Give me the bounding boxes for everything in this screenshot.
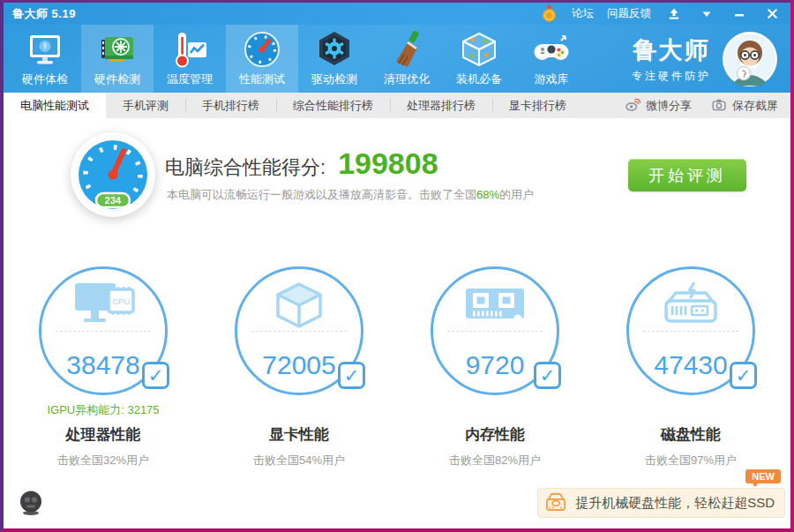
memory-check-badge[interactable]: ✓ [534,362,561,389]
score-description: 本电脑可以流畅运行一般游戏以及播放高清影音。击败了全国68%的用户 [167,187,534,203]
close-button[interactable] [762,6,782,22]
toolbar-item-performance-test[interactable]: 性能测试 [226,25,298,93]
brand-text: 鲁大师 专注硬件防护 [632,34,711,84]
cube-box-icon [460,30,498,69]
gauge-badge-value: 234 [105,195,122,206]
forum-link[interactable]: 论坛 [572,6,594,21]
disk-beat-text: 击败全国97%用户 [593,453,789,468]
score-value: 199808 [338,146,438,181]
new-badge: NEW [745,469,781,483]
metric-card-memory: 9720 ✓ 内存性能 击败全国82%用户 [397,266,593,468]
tab-actions: 微博分享 保存截屏 [625,93,790,118]
brand-name: 鲁大师 [632,34,711,66]
metric-card-gpu: 72005 ✓ 显卡性能 击败全国54%用户 [201,266,397,468]
minimize-button[interactable] [730,6,749,22]
gamepad-icon [532,30,571,69]
score-description-prefix: 本电脑可以流畅运行一般游戏以及播放高清影音。击败了全国 [167,188,476,201]
memory-score-circle: 9720 ✓ [431,266,559,395]
memory-beat-text: 击败全国82%用户 [397,453,593,468]
disk-metric-name: 磁盘性能 [593,424,789,445]
score-label: 电脑综合性能得分: [165,154,326,181]
brand-area: 鲁大师 专注硬件防护 [632,25,790,93]
monitor-checkup-icon [26,30,64,69]
cpu-chip-label: CPU [112,296,130,306]
toolbar-item-label: 装机必备 [456,71,502,87]
memory-metric-name: 内存性能 [397,424,593,445]
cpu-metric-name: 处理器性能 [5,424,201,445]
tab-gpu-ranking[interactable]: 显卡排行榜 [492,93,583,118]
gpu-metric-name: 显卡性能 [201,424,397,445]
titlebar-actions: 论坛 问题反馈 [539,6,782,22]
cpu-igpu-note: IGPU异构能力: 32175 [5,402,201,420]
save-screenshot-button[interactable]: 保存截屏 [711,97,778,115]
titlebar: 鲁大师 5.19 论坛 问题反馈 [4,3,790,25]
metric-card-cpu: CPU 38478 ✓ IGPU异构能力: 32175 处理器性能 击败全国32… [5,266,201,468]
main-content: 234 电脑综合性能得分: 199808 本电脑可以流畅运行一般游戏以及播放高清… [4,118,790,528]
gpu-score-circle: 72005 ✓ [235,266,363,395]
weibo-icon [625,97,640,115]
metrics-row: CPU 38478 ✓ IGPU异构能力: 32175 处理器性能 击败全国32… [4,261,790,468]
toolbar-item-cleanup[interactable]: 清理优化 [371,25,443,93]
assistant-mascot-icon[interactable] [18,490,44,516]
gpu-extra-note [201,402,397,420]
score-beat-percent: 68% [476,188,499,201]
toolbar-item-label: 游戏库 [535,71,569,87]
toolbar-item-label: 温度管理 [167,71,213,87]
cpu-beat-text: 击败全国32%用户 [5,453,201,468]
disk-score-circle: 47430 ✓ [626,266,755,395]
tab-overall-ranking[interactable]: 综合性能排行榜 [276,93,390,118]
mascot-avatar[interactable] [722,31,778,87]
speedometer-icon [243,30,281,69]
medal-icon[interactable] [539,6,558,22]
app-title: 鲁大师 5.19 [12,6,76,22]
gear-hexagon-icon [315,30,354,69]
skin-menu-icon[interactable] [697,6,716,22]
toolbar-item-essentials[interactable]: 装机必备 [443,25,515,93]
toolbar-item-label: 硬件体检 [22,71,68,87]
toolbar-item-label: 清理优化 [384,71,430,87]
divider [251,331,347,332]
memory-extra-note [397,402,593,420]
divider [447,331,543,332]
promo-banner[interactable]: 提升机械硬盘性能，轻松赶超SSD [537,488,785,518]
cpu-check-badge[interactable]: ✓ [142,362,169,389]
tabbar: 电脑性能测试 手机评测 手机排行榜 综合性能排行榜 处理器排行榜 显卡排行榜 微… [4,93,790,118]
upgrade-icon[interactable] [664,6,684,22]
gpu-card-icon [98,30,137,69]
toolbar-item-label: 硬件检测 [94,71,140,87]
toolbar-item-game-library[interactable]: 游戏库 [515,25,588,93]
tab-phone-review[interactable]: 手机评测 [106,93,185,118]
app-window: 鲁大师 5.19 论坛 问题反馈 硬件 [0,0,794,532]
brand-slogan: 专注硬件防护 [632,69,711,84]
disk-promo-icon [543,490,568,517]
cpu-monitor-icon: CPU [41,281,165,331]
promo-banner-text: 提升机械硬盘性能，轻松赶超SSD [575,495,775,512]
tab-phone-ranking[interactable]: 手机排行榜 [185,93,276,118]
thermometer-icon [170,30,209,69]
weibo-share-button[interactable]: 微博分享 [625,97,692,115]
overall-score-section: 234 电脑综合性能得分: 199808 本电脑可以流畅运行一般游戏以及播放高清… [4,118,790,261]
tab-pc-performance-test[interactable]: 电脑性能测试 [4,93,106,118]
disk-check-badge[interactable]: ✓ [730,362,757,389]
gpu-check-badge[interactable]: ✓ [338,362,365,389]
toolbar-item-hardware-checkup[interactable]: 硬件体检 [9,25,81,93]
metric-card-disk: 47430 ✓ 磁盘性能 击败全国97%用户 [593,266,789,468]
toolbar-item-driver-test[interactable]: 驱动检测 [298,25,371,93]
feedback-link[interactable]: 问题反馈 [607,6,651,21]
gpu-cube-icon [237,281,361,333]
start-benchmark-button[interactable]: 开始评测 [628,159,746,191]
divider [56,331,151,332]
score-headline: 电脑综合性能得分: 199808 [165,146,438,181]
speedometer-gauge-icon: 234 [69,131,157,219]
camera-icon [711,97,727,115]
disk-extra-note [593,402,789,420]
cpu-score-circle: CPU 38478 ✓ [39,266,168,395]
gpu-beat-text: 击败全国54%用户 [201,453,397,468]
toolbar-item-temperature[interactable]: 温度管理 [154,25,226,93]
toolbar-item-hardware-test[interactable]: 硬件检测 [81,25,154,93]
toolbar-item-label: 驱动检测 [311,71,357,87]
weibo-share-label: 微博分享 [646,98,692,114]
score-description-suffix: 的用户 [499,188,534,201]
toolbar-item-label: 性能测试 [239,71,285,87]
tab-cpu-ranking[interactable]: 处理器排行榜 [390,93,492,118]
